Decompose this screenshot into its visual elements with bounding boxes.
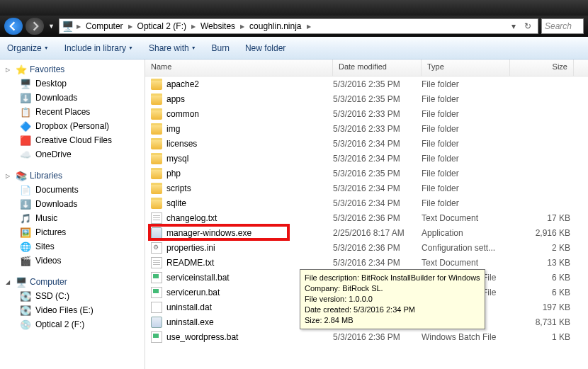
file-name: use_wordpress.bat xyxy=(166,332,238,342)
file-size: 17 KB xyxy=(510,213,570,223)
star-icon: ⭐ xyxy=(16,64,27,75)
file-row[interactable]: properties.ini5/3/2016 2:36 PMConfigurat… xyxy=(145,240,588,255)
file-row[interactable]: mysql5/3/2016 2:34 PMFile folder xyxy=(145,151,588,166)
file-type: Text Document xyxy=(422,258,510,268)
sidebar-item[interactable]: ⬇️Downloads xyxy=(0,197,145,211)
sidebar-item[interactable]: 🌐Sites xyxy=(0,239,145,254)
chevron-right-icon[interactable]: ▶ xyxy=(239,23,246,30)
txt-icon xyxy=(151,257,162,268)
file-row[interactable]: README.txt5/3/2016 2:34 PMText Document1… xyxy=(145,255,588,270)
file-tooltip: File description: BitRock InstallBuilder… xyxy=(300,269,485,329)
file-date: 5/3/2016 2:34 PM xyxy=(333,258,422,268)
column-header-date[interactable]: Date modified xyxy=(333,59,422,76)
column-header-size[interactable]: Size xyxy=(510,59,574,76)
breadcrumb-segment[interactable]: Websites xyxy=(198,21,237,31)
file-row[interactable]: php5/3/2016 2:35 PMFile folder xyxy=(145,166,588,181)
file-size: 1 KB xyxy=(510,332,570,342)
sidebar-item[interactable]: 🖥️Desktop xyxy=(0,76,145,91)
file-row[interactable]: apache25/3/2016 2:35 PMFile folder xyxy=(145,76,588,91)
sidebar-item[interactable]: 🔷Dropbox (Personal) xyxy=(0,119,145,133)
file-type: File folder xyxy=(422,198,510,208)
file-row[interactable]: apps5/3/2016 2:35 PMFile folder xyxy=(145,91,588,106)
breadcrumb-segment[interactable]: Optical 2 (F:) xyxy=(135,21,188,31)
libraries-icon: 📚 xyxy=(16,170,27,181)
favorites-header[interactable]: ▷⭐Favorites xyxy=(0,62,145,76)
burn-button[interactable]: Burn xyxy=(212,43,230,53)
nav-back-button[interactable] xyxy=(4,18,23,35)
chevron-right-icon[interactable]: ▶ xyxy=(190,23,197,30)
nav-forward-button[interactable] xyxy=(26,18,44,35)
chevron-down-icon: ▼ xyxy=(128,45,133,50)
file-type: File folder xyxy=(422,154,510,164)
file-row[interactable]: img5/3/2016 2:33 PMFile folder xyxy=(145,121,588,136)
sidebar-item[interactable]: 💿Optical 2 (F:) xyxy=(0,317,145,331)
sidebar-item[interactable]: 💽Video Files (E:) xyxy=(0,303,145,317)
sidebar-item[interactable]: 🖼️Pictures xyxy=(0,225,145,239)
sidebar-item-label: Downloads xyxy=(35,199,77,209)
sidebar-item[interactable]: 🟥Creative Cloud Files xyxy=(0,133,145,147)
file-row[interactable]: use_wordpress.bat5/3/2016 2:36 PMWindows… xyxy=(145,329,588,344)
include-in-library-button[interactable]: Include in library ▼ xyxy=(64,43,133,53)
organize-button[interactable]: Organize ▼ xyxy=(7,43,49,53)
file-row[interactable]: licenses5/3/2016 2:34 PMFile folder xyxy=(145,136,588,151)
chevron-right-icon[interactable]: ▶ xyxy=(75,23,82,30)
file-row[interactable]: sqlite5/3/2016 2:34 PMFile folder xyxy=(145,195,588,210)
chevron-down-icon: ▼ xyxy=(44,45,49,50)
search-input[interactable]: Search xyxy=(541,18,584,34)
file-date: 5/3/2016 2:33 PM xyxy=(333,109,422,119)
tooltip-line: Date created: 5/3/2016 2:34 PM xyxy=(305,305,480,315)
sidebar-item[interactable]: 🎵Music xyxy=(0,211,145,225)
libraries-header[interactable]: ▷📚Libraries xyxy=(0,169,145,183)
sidebar-item[interactable]: ☁️OneDrive xyxy=(0,147,145,161)
sidebar-item-label: Documents xyxy=(35,185,79,195)
column-header-name[interactable]: Name xyxy=(145,59,333,76)
folder-icon xyxy=(151,138,162,149)
nav-history-dropdown[interactable]: ▼ xyxy=(47,23,56,30)
share-with-button[interactable]: Share with ▼ xyxy=(149,43,196,53)
bat-icon xyxy=(151,272,162,283)
item-icon: 💿 xyxy=(20,319,31,330)
item-icon: 🌐 xyxy=(20,241,31,252)
chevron-right-icon[interactable]: ▶ xyxy=(127,23,134,30)
breadcrumb-segment[interactable]: Computer xyxy=(84,21,125,31)
sidebar-item[interactable]: ⬇️Downloads xyxy=(0,91,145,105)
sidebar-item[interactable]: 📋Recent Places xyxy=(0,105,145,119)
sidebar-item[interactable]: 📄Documents xyxy=(0,183,145,197)
sidebar-item-label: Optical 2 (F:) xyxy=(35,319,84,329)
file-type: File folder xyxy=(422,183,510,193)
item-icon: 💽 xyxy=(20,290,31,302)
file-size: 6 KB xyxy=(510,288,570,297)
file-date: 5/3/2016 2:35 PM xyxy=(333,94,422,104)
computer-header[interactable]: ◢🖥️Computer xyxy=(0,275,145,289)
column-header-type[interactable]: Type xyxy=(422,59,510,76)
file-name: common xyxy=(166,109,199,119)
file-date: 5/3/2016 2:35 PM xyxy=(333,79,422,89)
address-dropdown-button[interactable]: ▾ xyxy=(507,21,521,31)
new-folder-button[interactable]: New folder xyxy=(245,43,285,53)
chevron-down-icon: ▼ xyxy=(191,45,196,50)
computer-icon: 🖥️ xyxy=(62,21,74,32)
file-row[interactable]: changelog.txt5/3/2016 2:36 PMText Docume… xyxy=(145,210,588,225)
sidebar-item[interactable]: 💽SSD (C:) xyxy=(0,289,145,303)
file-list: Name Date modified Type Size apache25/3/… xyxy=(145,59,588,369)
file-row[interactable]: common5/3/2016 2:33 PMFile folder xyxy=(145,106,588,121)
address-bar[interactable]: 🖥️ ▶ Computer ▶ Optical 2 (F:) ▶ Website… xyxy=(59,18,538,34)
file-date: 5/3/2016 2:35 PM xyxy=(333,169,422,178)
file-row[interactable]: scripts5/3/2016 2:34 PMFile folder xyxy=(145,181,588,195)
item-icon: 🔷 xyxy=(20,120,31,132)
file-name: manager-windows.exe xyxy=(166,228,251,238)
chevron-right-icon[interactable]: ▶ xyxy=(305,23,312,30)
file-name: scripts xyxy=(166,183,191,193)
navbar: ▼ 🖥️ ▶ Computer ▶ Optical 2 (F:) ▶ Websi… xyxy=(0,16,588,37)
file-size: 197 KB xyxy=(510,302,570,312)
file-row[interactable]: manager-windows.exe2/25/2016 8:17 AMAppl… xyxy=(145,225,588,240)
sidebar-item[interactable]: 🎬Videos xyxy=(0,254,145,268)
refresh-button[interactable]: ↻ xyxy=(521,21,535,31)
breadcrumb-segment[interactable]: coughlin.ninja xyxy=(247,21,303,31)
item-icon: ⬇️ xyxy=(20,92,31,103)
item-icon: 🖼️ xyxy=(20,227,31,238)
sidebar-item-label: OneDrive xyxy=(35,149,72,159)
file-date: 5/3/2016 2:36 PM xyxy=(333,213,422,223)
folder-icon xyxy=(151,198,162,209)
sidebar-item-label: Sites xyxy=(35,242,55,251)
